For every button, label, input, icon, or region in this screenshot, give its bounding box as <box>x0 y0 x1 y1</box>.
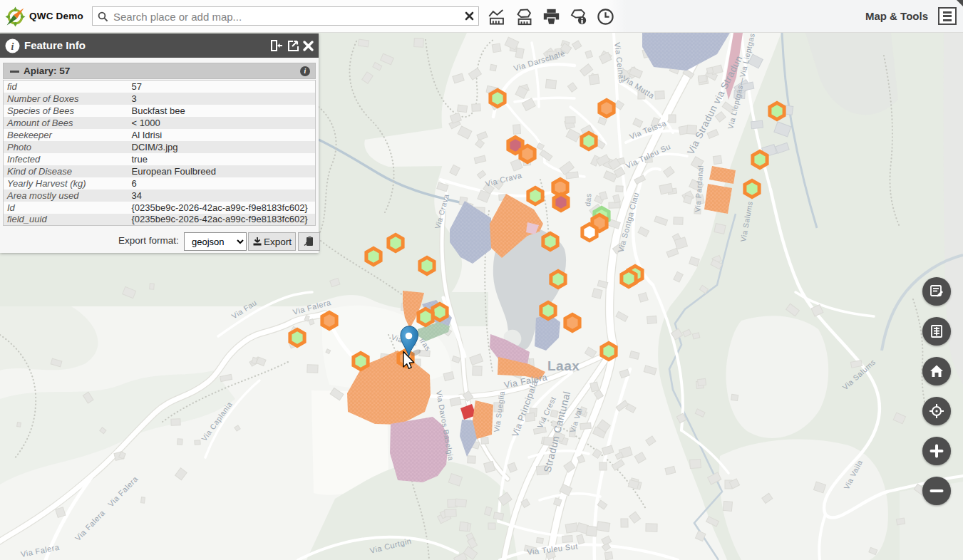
svg-text:das: das <box>583 193 593 207</box>
svg-text:i: i <box>11 41 14 52</box>
svg-text:Laax: Laax <box>547 358 580 373</box>
